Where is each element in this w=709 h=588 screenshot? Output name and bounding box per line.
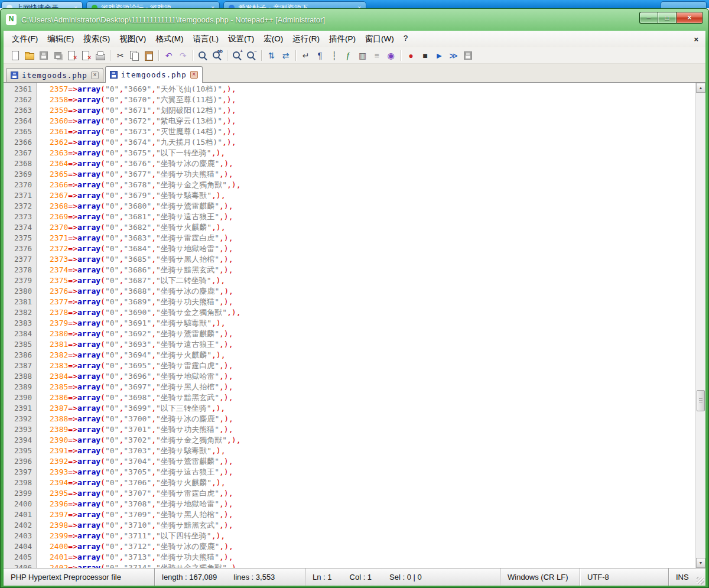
zoom-in-button[interactable]: + <box>230 48 244 62</box>
new-file-button[interactable] <box>8 48 22 62</box>
document-switcher-button[interactable]: ≡ <box>370 48 383 62</box>
print-button[interactable] <box>93 48 107 62</box>
code-line[interactable]: 2374=>array("0","3686","坐骑サ黯黑玄武",), <box>50 265 695 275</box>
code-line[interactable]: 2375=>array("0","3687","以下二转坐骑",), <box>50 275 695 286</box>
minimize-button[interactable]: – <box>639 12 658 24</box>
code-line[interactable]: 2370=>array("0","3682","坐骑サ火麒麟",), <box>50 222 695 233</box>
title-bar[interactable]: N C:\Users\Administrator\Desktop\1111111… <box>0 8 709 31</box>
code-line[interactable]: 2372=>array("0","3684","坐骑サ地獄哈雷",), <box>50 243 695 254</box>
find-button[interactable] <box>196 48 210 62</box>
code-line[interactable]: 2388=>array("0","3700","坐骑サ冰の麋鹿",), <box>50 414 695 424</box>
menubar-close-icon[interactable]: × <box>694 35 698 44</box>
save-file-button[interactable] <box>37 48 50 62</box>
code-line[interactable]: 2378=>array("0","3690","坐骑サ金之獨角獸",), <box>50 307 695 318</box>
code-line[interactable]: 2383=>array("0","3695","坐骑サ雷霆白虎",), <box>50 360 695 371</box>
scroll-up-button[interactable]: ▲ <box>696 83 705 93</box>
code-line[interactable]: 2397=>array("0","3709","坐骑サ黑人抬棺",), <box>50 509 695 520</box>
browser-tab[interactable]: 爱发帖子 - 亲测资源下…× <box>223 1 366 8</box>
undo-button[interactable]: ↶ <box>162 48 175 62</box>
macro-run-multiple-button[interactable]: ≫ <box>447 48 460 62</box>
copy-button[interactable] <box>128 48 141 62</box>
document-map-button[interactable]: ▥ <box>356 48 369 62</box>
monitoring-button[interactable]: ◉ <box>384 48 398 62</box>
code-line[interactable]: 2377=>array("0","3689","坐骑サ功夫熊猫",), <box>50 297 695 307</box>
code-line[interactable]: 2369=>array("0","3681","坐骑サ遠古狼王",), <box>50 212 695 222</box>
code-line[interactable]: 2401=>array("0","3713","坐骑サ功夫熊猫",), <box>50 552 695 563</box>
sync-vertical-button[interactable]: ⇅ <box>265 48 278 62</box>
close-file-button[interactable] <box>65 48 79 62</box>
menu-item-settings[interactable]: 设置(T) <box>223 31 259 47</box>
code-line[interactable]: 2389=>array("0","3701","坐骑サ功夫熊猫",), <box>50 424 695 435</box>
menu-item-window[interactable]: 窗口(W) <box>360 31 399 47</box>
code-line[interactable]: 2382=>array("0","3694","坐骑サ火麒麟",), <box>50 350 695 360</box>
cut-button[interactable]: ✂ <box>113 48 127 62</box>
code-line[interactable]: 2358=>array("0","3670","六翼至尊(11档)",), <box>50 95 695 105</box>
replace-button[interactable]: ab <box>210 48 224 62</box>
code-line[interactable]: 2368=>array("0","3680","坐骑サ鷟雷麒麟",), <box>50 201 695 212</box>
resize-grip[interactable] <box>697 577 704 584</box>
code-line[interactable]: 2393=>array("0","3705","坐骑サ遠古狼王",), <box>50 467 695 477</box>
indent-guide-button[interactable]: ┆ <box>327 48 341 62</box>
code-line[interactable]: 2367=>array("0","3679","坐骑サ駭毒獸",), <box>50 190 695 201</box>
code-line[interactable]: 2384=>array("0","3696","坐骑サ地獄哈雷",), <box>50 371 695 382</box>
show-all-characters-button[interactable]: ¶ <box>313 48 327 62</box>
macro-play-button[interactable]: ► <box>432 48 446 62</box>
code-line[interactable]: 2366=>array("0","3678","坐骑サ金之獨角獸",), <box>50 180 695 190</box>
code-line[interactable]: 2399=>array("0","3711","以下四转坐骑",), <box>50 531 695 541</box>
code-line[interactable]: 2392=>array("0","3704","坐骑サ鷟雷麒麟",), <box>50 456 695 467</box>
code-line[interactable]: 2361=>array("0","3673","灭世魔尊(14档)",), <box>50 126 695 137</box>
code-line[interactable]: 2394=>array("0","3706","坐骑サ火麒麟",), <box>50 477 695 488</box>
code-line[interactable]: 2364=>array("0","3676","坐骑サ冰の麋鹿",), <box>50 158 695 169</box>
redo-button[interactable]: ↷ <box>176 48 190 62</box>
menu-item-search[interactable]: 搜索(S) <box>79 31 115 47</box>
open-file-button[interactable] <box>22 48 36 62</box>
menu-item-plugins[interactable]: 插件(P) <box>324 31 360 47</box>
code-line[interactable]: 2402=>array("0","3714","坐骑サ金之獨角獸",), <box>50 563 695 568</box>
menu-item-macro[interactable]: 宏(O) <box>259 31 288 47</box>
document-tab[interactable]: itemgoods.php× <box>105 66 203 83</box>
maximize-button[interactable]: □ <box>658 12 676 24</box>
menu-item-file[interactable]: 文件(F) <box>7 31 43 47</box>
code-line[interactable]: 2362=>array("0","3674","九天揽月(15档)",), <box>50 137 695 148</box>
code-line[interactable]: 2395=>array("0","3707","坐骑サ雷霆白虎",), <box>50 488 695 499</box>
code-area[interactable]: 2357=>array("0","3669","天外飞仙(10档)",),235… <box>37 83 695 568</box>
paste-button[interactable] <box>142 48 155 62</box>
code-line[interactable]: 2387=>array("0","3699","以下三转坐骑",), <box>50 403 695 414</box>
browser-tab[interactable]: 游戏资源论坛 - 游戏源…× <box>86 1 220 8</box>
menu-item-edit[interactable]: 编辑(E) <box>43 31 79 47</box>
code-line[interactable]: 2400=>array("0","3712","坐骑サ冰の麋鹿",), <box>50 541 695 552</box>
scrollbar-thumb[interactable] <box>697 390 705 411</box>
scroll-down-button[interactable]: ▼ <box>696 558 705 568</box>
document-tab[interactable]: itemgoods.php× <box>6 68 103 82</box>
code-line[interactable]: 2385=>array("0","3697","坐骑サ黑人抬棺",), <box>50 382 695 392</box>
code-line[interactable]: 2363=>array("0","3675","以下一转坐骑",), <box>50 148 695 158</box>
code-line[interactable]: 2371=>array("0","3683","坐骑サ雷霆白虎",), <box>50 233 695 243</box>
close-button[interactable]: × <box>676 12 703 24</box>
macro-save-button[interactable] <box>461 48 474 62</box>
save-all-button[interactable] <box>51 48 64 62</box>
code-line[interactable]: 2381=>array("0","3693","坐骑サ遠古狼王",), <box>50 339 695 350</box>
menu-item-help[interactable]: ? <box>399 31 413 47</box>
sync-horizontal-button[interactable]: ⇄ <box>279 48 292 62</box>
menu-item-view[interactable]: 视图(V) <box>115 31 151 47</box>
code-line[interactable]: 2391=>array("0","3703","坐骑サ駭毒獸",), <box>50 446 695 456</box>
code-line[interactable]: 2365=>array("0","3677","坐骑サ功夫熊猫",), <box>50 169 695 180</box>
code-line[interactable]: 2360=>array("0","3672","紫电穿云(13档)",), <box>50 116 695 126</box>
code-line[interactable]: 2386=>array("0","3698","坐骑サ黯黑玄武",), <box>50 392 695 403</box>
tab-close-icon[interactable]: × <box>190 71 198 79</box>
menu-item-run[interactable]: 运行(R) <box>288 31 324 47</box>
menu-item-format[interactable]: 格式(M) <box>151 31 188 47</box>
word-wrap-button[interactable]: ↵ <box>299 48 313 62</box>
close-all-button[interactable] <box>79 48 93 62</box>
macro-record-button[interactable]: ● <box>404 48 418 62</box>
browser-window-controls[interactable] <box>661 1 707 8</box>
code-line[interactable]: 2359=>array("0","3671","划阴破阳(12档)",), <box>50 105 695 116</box>
tab-close-icon[interactable]: × <box>91 72 99 79</box>
menu-item-language[interactable]: 语言(L) <box>188 31 224 47</box>
macro-stop-button[interactable]: ■ <box>418 48 432 62</box>
browser-tab[interactable]: 上网快速全开× <box>1 1 83 8</box>
code-line[interactable]: 2376=>array("0","3688","坐骑サ冰の麋鹿",), <box>50 286 695 297</box>
code-line[interactable]: 2390=>array("0","3702","坐骑サ金之獨角獸",), <box>50 435 695 446</box>
code-line[interactable]: 2396=>array("0","3708","坐骑サ地獄哈雷",), <box>50 499 695 509</box>
code-line[interactable]: 2357=>array("0","3669","天外飞仙(10档)",), <box>50 84 695 95</box>
